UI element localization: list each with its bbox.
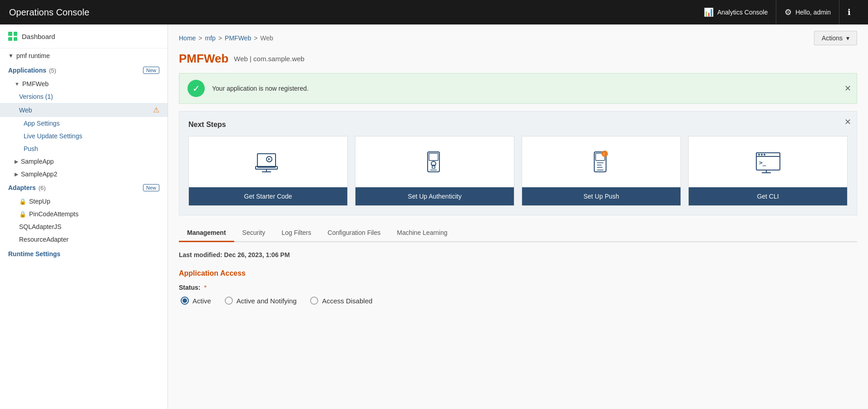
radio-active[interactable]: Active	[181, 297, 211, 305]
stepup-label: StepUp	[29, 198, 50, 205]
card-set-up-push[interactable]: ! Set Up Push	[522, 136, 681, 206]
breadcrumb-sep1: >	[198, 34, 202, 42]
tab-configuration-files[interactable]: Configuration Files	[320, 224, 389, 242]
next-steps-close-button[interactable]: ✕	[844, 117, 851, 127]
sidebar-item-resourceadapter[interactable]: ResourceAdapter	[0, 233, 168, 246]
svg-text:!: !	[603, 152, 605, 156]
sidebar-item-sqladapterjs[interactable]: SQLAdapterJS	[0, 220, 168, 233]
app-title: Operations Console	[9, 7, 89, 18]
warning-icon: ⚠	[153, 106, 159, 114]
radio-label-active: Active	[192, 297, 211, 305]
chevron-down-icon: ▼	[8, 53, 14, 59]
breadcrumb-sep3: >	[254, 34, 257, 42]
breadcrumb-web: Web	[260, 34, 273, 42]
radio-access-disabled[interactable]: Access Disabled	[310, 297, 372, 305]
sampleapp2-label: SampleApp2	[21, 170, 57, 178]
svg-rect-6	[429, 153, 438, 161]
page-subtitle: Web | com.sample.web	[234, 55, 304, 63]
sidebar-item-sampleapp[interactable]: ▶ SampleApp	[0, 155, 168, 168]
dashboard-icon	[8, 32, 17, 41]
sidebar-item-stepup[interactable]: 🔒 StepUp	[0, 195, 168, 208]
svg-point-20	[758, 154, 760, 156]
svg-text:>_: >_	[759, 159, 766, 166]
sidebar-runtime[interactable]: ▼ pmf runtime	[0, 49, 168, 63]
applications-group: Applications (5) New ▼ PMFWeb Versions (…	[0, 63, 168, 180]
success-banner-close-button[interactable]: ✕	[844, 83, 851, 93]
svg-point-22	[764, 154, 765, 156]
actions-label: Actions	[822, 34, 843, 42]
live-update-settings-label: Live Update Settings	[24, 132, 82, 140]
info-icon: ℹ	[848, 7, 851, 17]
next-steps-title: Next Steps	[188, 121, 848, 129]
sidebar-item-live-update-settings[interactable]: Live Update Settings	[0, 130, 168, 142]
breadcrumb-home[interactable]: Home	[179, 34, 196, 42]
card-get-starter-code[interactable]: Get Starter Code	[188, 136, 348, 206]
top-nav-right: 📊 Analytics Console ⚙ Hello, admin ℹ	[695, 0, 859, 24]
sidebar-item-web[interactable]: Web ⚠	[0, 103, 168, 117]
sidebar-item-pincodeattempts[interactable]: 🔒 PinCodeAttempts	[0, 208, 168, 220]
breadcrumb-mfp[interactable]: mfp	[205, 34, 216, 42]
sidebar-item-dashboard[interactable]: Dashboard	[0, 24, 168, 49]
sidebar-item-sampleapp2[interactable]: ▶ SampleApp2	[0, 168, 168, 180]
applications-label: Applications	[8, 67, 46, 74]
last-modified: Last modified: Dec 26, 2023, 1:06 PM	[179, 251, 857, 258]
pincodeattempts-label: PinCodeAttempts	[29, 210, 79, 218]
app-settings-label: App Settings	[24, 120, 59, 127]
breadcrumb-pmfweb[interactable]: PMFWeb	[225, 34, 251, 42]
sidebar-item-pmfweb[interactable]: ▼ PMFWeb	[0, 78, 168, 90]
main-layout: Dashboard ▼ pmf runtime Applications (5)…	[0, 24, 868, 409]
user-menu-button[interactable]: ⚙ Hello, admin	[776, 0, 839, 24]
adapters-label: Adapters	[8, 184, 36, 191]
user-label: Hello, admin	[795, 9, 831, 16]
card-label-get-starter-code: Get Starter Code	[189, 187, 347, 205]
application-access-title: Application Access	[179, 269, 857, 278]
runtime-settings-label[interactable]: Runtime Settings	[0, 246, 168, 260]
info-button[interactable]: ℹ	[839, 0, 859, 24]
next-steps-panel: Next Steps ✕	[179, 111, 857, 215]
tab-log-filters[interactable]: Log Filters	[273, 224, 319, 242]
breadcrumb-bar: Home > mfp > PMFWeb > Web Actions ▾	[168, 24, 868, 52]
card-set-up-authenticity[interactable]: Set Up Authenticity	[355, 136, 514, 206]
analytics-label: Analytics Console	[717, 9, 768, 16]
card-icon-set-up-push: !	[522, 136, 681, 187]
web-label: Web	[19, 107, 32, 114]
radio-circle-active	[181, 297, 189, 305]
chevron-right-icon: ▶	[15, 159, 18, 165]
sidebar-item-versions[interactable]: Versions (1)	[0, 90, 168, 103]
tab-security[interactable]: Security	[234, 224, 274, 242]
breadcrumb: Home > mfp > PMFWeb > Web	[179, 34, 273, 42]
lock-icon: 🔒	[19, 211, 26, 218]
svg-point-21	[761, 154, 763, 156]
gear-icon: ⚙	[784, 7, 792, 17]
tab-machine-learning[interactable]: Machine Learning	[389, 224, 455, 242]
card-label-set-up-authenticity: Set Up Authenticity	[355, 187, 514, 205]
adapters-count: (6)	[39, 185, 46, 191]
actions-button[interactable]: Actions ▾	[814, 31, 857, 45]
sidebar-item-app-settings[interactable]: App Settings	[0, 117, 168, 130]
next-steps-cards: Get Starter Code	[188, 136, 848, 206]
versions-label: Versions (1)	[19, 93, 53, 100]
dashboard-label: Dashboard	[22, 33, 55, 40]
pmfweb-label: PMFWeb	[22, 80, 49, 88]
radio-label-active-notifying: Active and Notifying	[237, 297, 297, 305]
chevron-down-icon: ▼	[15, 81, 20, 87]
required-star: *	[204, 284, 206, 291]
status-field-row: Status: *	[179, 284, 857, 291]
radio-active-notifying[interactable]: Active and Notifying	[225, 297, 297, 305]
analytics-console-button[interactable]: 📊 Analytics Console	[695, 0, 776, 24]
sidebar-item-push[interactable]: Push	[0, 142, 168, 155]
applications-count: (5)	[49, 67, 56, 74]
success-message: Your application is now registered.	[212, 85, 309, 92]
runtime-label: pmf runtime	[16, 52, 50, 59]
card-icon-get-cli: >_	[689, 136, 847, 187]
management-content: Last modified: Dec 26, 2023, 1:06 PM App…	[179, 251, 857, 305]
card-get-cli[interactable]: >_ Get CLI	[688, 136, 848, 206]
lock-icon: 🔒	[19, 198, 26, 205]
card-label-set-up-push: Set Up Push	[522, 187, 681, 205]
sidebar: Dashboard ▼ pmf runtime Applications (5)…	[0, 24, 168, 409]
push-label: Push	[24, 145, 38, 152]
tab-management[interactable]: Management	[179, 224, 234, 242]
card-icon-get-starter-code	[189, 136, 347, 187]
resourceadapter-label: ResourceAdapter	[19, 236, 69, 243]
sampleapp-label: SampleApp	[21, 158, 54, 165]
